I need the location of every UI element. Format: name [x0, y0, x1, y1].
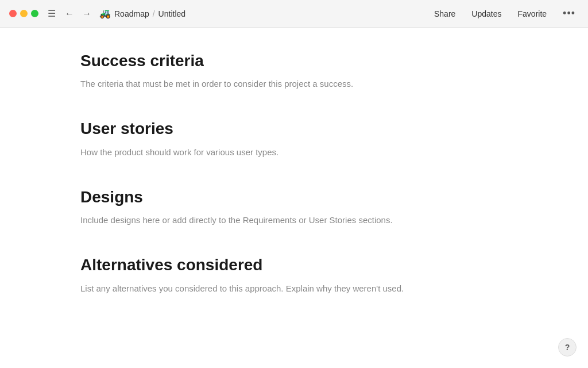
back-arrow-icon[interactable]: ← [63, 7, 76, 20]
section-title-success-criteria: Success criteria [80, 51, 542, 71]
section-title-alternatives-considered: Alternatives considered [80, 255, 542, 275]
section-title-designs: Designs [80, 187, 542, 208]
titlebar-right: Share Updates Favorite ••• [431, 5, 579, 22]
favorite-button[interactable]: Favorite [514, 7, 551, 21]
section-success-criteria: Success criteriaThe criteria that must b… [80, 51, 542, 91]
share-button[interactable]: Share [431, 7, 459, 21]
breadcrumb-parent[interactable]: Roadmap [114, 9, 149, 18]
help-button[interactable]: ? [558, 338, 577, 356]
minimize-button[interactable] [20, 10, 28, 17]
section-desc-user-stories: How the product should work for various … [80, 145, 542, 159]
window-controls [9, 10, 38, 17]
hamburger-icon[interactable]: ☰ [48, 8, 56, 19]
more-options-button[interactable]: ••• [559, 5, 579, 22]
close-button[interactable] [9, 10, 17, 17]
breadcrumb: 🚜 Roadmap / Untitled [99, 8, 185, 19]
titlebar: ☰ ← → 🚜 Roadmap / Untitled Share Updates… [0, 0, 588, 28]
section-desc-alternatives-considered: List any alternatives you considered to … [80, 282, 542, 296]
main-content: Success criteriaThe criteria that must b… [0, 28, 588, 368]
section-designs: DesignsInclude designs here or add direc… [80, 187, 542, 227]
section-alternatives-considered: Alternatives consideredList any alternat… [80, 255, 542, 295]
section-title-user-stories: User stories [80, 118, 542, 139]
breadcrumb-current: Untitled [158, 9, 185, 18]
maximize-button[interactable] [31, 10, 38, 17]
forward-arrow-icon[interactable]: → [80, 7, 94, 20]
breadcrumb-separator: / [153, 9, 155, 18]
nav-arrows: ← → [63, 7, 94, 20]
updates-button[interactable]: Updates [468, 7, 505, 21]
titlebar-left: ☰ ← → 🚜 Roadmap / Untitled [9, 7, 185, 20]
section-user-stories: User storiesHow the product should work … [80, 118, 542, 159]
breadcrumb-emoji: 🚜 [99, 8, 111, 19]
section-desc-success-criteria: The criteria that must be met in order t… [80, 77, 542, 91]
section-desc-designs: Include designs here or add directly to … [80, 213, 542, 227]
